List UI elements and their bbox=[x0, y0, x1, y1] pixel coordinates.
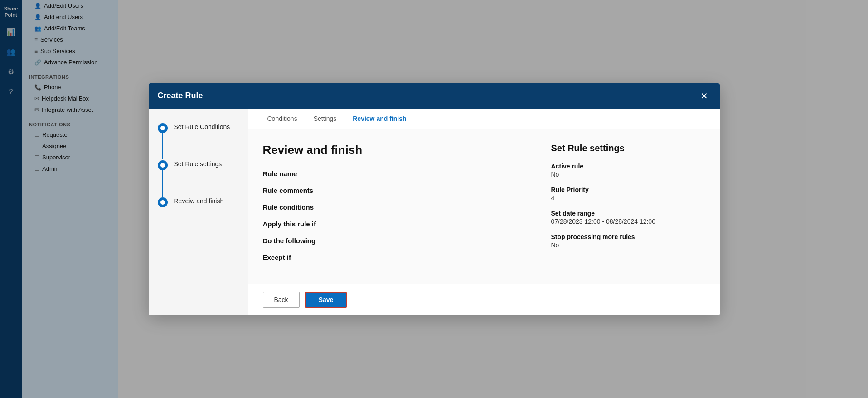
apply-this-rule-label: Apply this rule if bbox=[263, 220, 524, 228]
active-rule-value: No bbox=[551, 171, 705, 178]
modal-close-button[interactable]: ✕ bbox=[698, 90, 711, 102]
tab-settings[interactable]: Settings bbox=[305, 109, 345, 129]
rule-comments-field: Rule comments bbox=[263, 187, 524, 194]
stepper-dot-3 bbox=[158, 197, 168, 207]
except-if-label: Except if bbox=[263, 254, 524, 261]
active-rule-field: Active rule No bbox=[551, 163, 705, 178]
set-date-range-label: Set date range bbox=[551, 210, 705, 217]
modal-footer: Back Save bbox=[248, 284, 720, 315]
tab-conditions[interactable]: Conditions bbox=[259, 109, 305, 129]
set-rule-settings-heading: Set Rule settings bbox=[551, 143, 705, 153]
rule-conditions-field: Rule conditions bbox=[263, 203, 524, 211]
back-button[interactable]: Back bbox=[263, 292, 300, 308]
stepper-item-3: Reveiw and finish bbox=[158, 197, 239, 207]
content-left: Review and finish Rule name Rule comment… bbox=[263, 143, 524, 270]
modal-tabs: Conditions Settings Review and finish bbox=[248, 109, 720, 129]
modal-body: Set Rule Conditions Set Rule settings bbox=[149, 109, 720, 315]
rule-conditions-label: Rule conditions bbox=[263, 203, 524, 211]
modal-overlay: Create Rule ✕ Set Rule Conditions bbox=[0, 0, 868, 398]
stop-processing-field: Stop processing more rules No bbox=[551, 233, 705, 249]
apply-this-rule-field: Apply this rule if bbox=[263, 220, 524, 228]
stop-processing-label: Stop processing more rules bbox=[551, 233, 705, 240]
modal-main: Conditions Settings Review and finish Re… bbox=[248, 109, 720, 315]
active-rule-label: Active rule bbox=[551, 163, 705, 170]
modal-content: Review and finish Rule name Rule comment… bbox=[248, 129, 720, 284]
save-button[interactable]: Save bbox=[305, 292, 347, 308]
do-the-following-label: Do the following bbox=[263, 237, 524, 245]
stepper-item-2: Set Rule settings bbox=[158, 159, 239, 197]
page-heading: Review and finish bbox=[263, 143, 524, 157]
do-the-following-field: Do the following bbox=[263, 237, 524, 245]
set-date-range-value: 07/28/2023 12:00 - 08/28/2024 12:00 bbox=[551, 218, 705, 225]
content-right: Set Rule settings Active rule No Rule Pr… bbox=[551, 143, 705, 270]
tab-review-and-finish[interactable]: Review and finish bbox=[344, 109, 414, 129]
set-date-range-field: Set date range 07/28/2023 12:00 - 08/28/… bbox=[551, 210, 705, 225]
rule-priority-value: 4 bbox=[551, 194, 705, 201]
except-if-field: Except if bbox=[263, 254, 524, 261]
rule-name-label: Rule name bbox=[263, 170, 524, 177]
stepper-item-1: Set Rule Conditions bbox=[158, 122, 239, 159]
stepper-panel: Set Rule Conditions Set Rule settings bbox=[149, 109, 248, 315]
rule-name-field: Rule name bbox=[263, 170, 524, 177]
stepper-label-3: Reveiw and finish bbox=[174, 197, 224, 205]
stepper-label-1: Set Rule Conditions bbox=[174, 122, 230, 153]
rule-priority-field: Rule Priority 4 bbox=[551, 186, 705, 201]
create-rule-modal: Create Rule ✕ Set Rule Conditions bbox=[149, 83, 720, 315]
modal-title: Create Rule bbox=[158, 91, 203, 101]
stepper-dot-1 bbox=[158, 123, 168, 133]
modal-header: Create Rule ✕ bbox=[149, 83, 720, 109]
stop-processing-value: No bbox=[551, 241, 705, 249]
rule-priority-label: Rule Priority bbox=[551, 186, 705, 193]
rule-comments-label: Rule comments bbox=[263, 187, 524, 194]
stepper-label-2: Set Rule settings bbox=[174, 159, 222, 190]
app-layout: SharePoint 📊 👥 ⚙ ? 👤 Add/Edit Users 👤 Ad… bbox=[0, 0, 868, 398]
stepper-dot-2 bbox=[158, 160, 168, 170]
